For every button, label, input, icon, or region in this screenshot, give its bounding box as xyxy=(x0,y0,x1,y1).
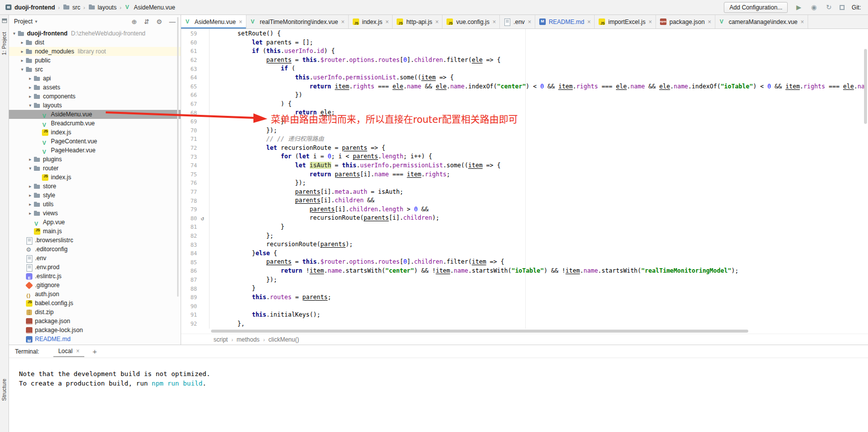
close-icon[interactable]: × xyxy=(239,18,242,25)
chevron-right-icon[interactable]: ▸ xyxy=(27,74,33,83)
tree-item-utils[interactable]: ▸utils xyxy=(9,200,181,209)
line-number[interactable]: 86 xyxy=(181,268,197,274)
chevron-down-icon[interactable]: ▾ xyxy=(27,164,33,173)
chevron-right-icon[interactable]: ▸ xyxy=(19,38,25,47)
tree-item-public[interactable]: ▸public xyxy=(9,56,181,65)
stop-icon[interactable] xyxy=(840,5,845,10)
line-number[interactable]: 88 xyxy=(181,286,197,292)
tree-item-.env[interactable]: .env xyxy=(9,254,181,263)
line-number[interactable]: 83 xyxy=(181,242,197,248)
chevron-right-icon[interactable]: ▸ xyxy=(27,200,33,209)
tree-item-node_modules[interactable]: ▸node_moduleslibrary root xyxy=(9,47,181,56)
code-line[interactable]: parents[i].children && xyxy=(237,196,868,205)
code-line[interactable]: }; xyxy=(237,232,868,241)
tree-item-AsideMenu.vue[interactable]: AsideMenu.vue xyxy=(9,110,181,119)
tree-item-.browserslistrc[interactable]: .browserslistrc xyxy=(9,236,181,245)
code-line[interactable]: return parents[i].name === item.rights; xyxy=(237,170,868,179)
breadcrumb-item-script[interactable]: script xyxy=(214,336,228,343)
tab-package.json[interactable]: package.json× xyxy=(656,15,715,28)
breadcrumb-item-AsideMenu.vue[interactable]: AsideMenu.vue xyxy=(123,3,176,11)
tab-index.js[interactable]: index.js× xyxy=(349,15,393,28)
tree-item-package.json[interactable]: package.json xyxy=(9,317,181,326)
tree-item-layouts[interactable]: ▾layouts xyxy=(9,101,181,110)
tab-realTimeMonitoring\index.vue[interactable]: realTimeMonitoring\index.vue× xyxy=(246,15,349,28)
code-line[interactable]: for (let i = 0; i < parents.length; i++)… xyxy=(237,152,868,161)
tree-item-.eslintrc.js[interactable]: .eslintrc.js xyxy=(9,272,181,281)
line-number[interactable]: 70 xyxy=(181,127,197,134)
line-number[interactable]: 92 xyxy=(181,321,197,327)
code-line[interactable]: this.userInfo.permissionList.some((item … xyxy=(237,73,868,82)
tree-item-PageHeader.vue[interactable]: PageHeader.vue xyxy=(9,146,181,155)
terminal-tab-local[interactable]: Local × xyxy=(53,346,85,357)
line-number[interactable]: 59 xyxy=(181,30,197,37)
chevron-right-icon[interactable]: ▸ xyxy=(19,47,25,56)
line-number[interactable]: 82 xyxy=(181,233,197,239)
line-number[interactable]: 87 xyxy=(181,277,197,283)
close-icon[interactable]: × xyxy=(708,18,711,25)
tree-item-src[interactable]: ▾src xyxy=(9,65,181,74)
tree-item-dist[interactable]: ▸dist xyxy=(9,38,181,47)
line-number[interactable]: 60 xyxy=(181,39,197,46)
tree-item-components[interactable]: ▸components xyxy=(9,92,181,101)
chevron-down-icon[interactable]: ▾ xyxy=(19,65,25,74)
close-icon[interactable]: × xyxy=(76,348,79,355)
tab-importExcel.js[interactable]: importExcel.js× xyxy=(595,15,656,28)
tab-.env[interactable]: .env× xyxy=(500,15,535,28)
line-number[interactable]: 80 xyxy=(181,215,197,222)
close-icon[interactable]: × xyxy=(492,18,496,25)
line-number[interactable]: 90 xyxy=(181,303,197,310)
line-number[interactable]: 79 xyxy=(181,206,197,213)
hide-panel-icon[interactable]: — xyxy=(169,18,176,25)
project-scrollbar[interactable] xyxy=(177,17,179,297)
tree-item-router[interactable]: ▾router xyxy=(9,164,181,173)
tree-item-api[interactable]: ▸api xyxy=(9,74,181,83)
code-line[interactable]: // // 递归权限路由 xyxy=(237,135,868,144)
chevron-right-icon[interactable]: ▸ xyxy=(27,83,33,92)
breadcrumb-item-clickMenu()[interactable]: clickMenu() xyxy=(268,336,299,343)
code-line[interactable]: if ( xyxy=(237,64,868,73)
chevron-right-icon[interactable]: ▸ xyxy=(27,182,33,191)
tree-item-.env.prod[interactable]: .env.prod xyxy=(9,263,181,272)
settings-icon[interactable]: ⚙ xyxy=(156,18,162,25)
tree-item-package-lock.json[interactable]: package-lock.json xyxy=(9,326,181,335)
line-number[interactable]: 91 xyxy=(181,312,197,318)
line-number[interactable]: 64 xyxy=(181,74,197,81)
scrollbar-thumb[interactable] xyxy=(864,49,867,124)
line-number[interactable]: 77 xyxy=(181,189,197,195)
code-line[interactable]: let parents = []; xyxy=(237,38,868,47)
chevron-right-icon[interactable]: ▸ xyxy=(19,56,25,65)
code-line[interactable]: setRoute() { xyxy=(237,29,868,38)
tree-item-.editorconfig[interactable]: .editorconfig xyxy=(9,245,181,254)
code-line[interactable]: ) { xyxy=(237,100,868,109)
debug-icon[interactable]: ◉ xyxy=(810,3,818,11)
sync-icon[interactable]: ↻ xyxy=(825,3,833,11)
line-number[interactable]: 63 xyxy=(181,66,197,72)
run-icon[interactable]: ▶ xyxy=(795,3,803,11)
line-number[interactable]: 84 xyxy=(181,250,197,257)
tab-http-api.js[interactable]: http-api.js× xyxy=(393,15,442,28)
project-toolwindow-button[interactable]: 1: Project xyxy=(1,32,7,55)
line-number[interactable]: 71 xyxy=(181,136,197,142)
close-icon[interactable]: × xyxy=(649,18,652,25)
code-line[interactable]: this.routes = parents; xyxy=(237,293,868,302)
chevron-right-icon[interactable]: ▸ xyxy=(27,191,33,200)
line-number[interactable]: 68 xyxy=(181,110,197,116)
line-number[interactable]: 73 xyxy=(181,154,197,160)
locate-file-icon[interactable]: ⊕ xyxy=(132,18,137,25)
chevron-right-icon[interactable]: ▸ xyxy=(27,155,33,164)
tree-item-main.js[interactable]: main.js xyxy=(9,227,181,236)
tree-item-README.md[interactable]: README.md xyxy=(9,335,181,344)
breadcrumb-item-src[interactable]: src xyxy=(62,3,81,11)
tree-item-style[interactable]: ▸style xyxy=(9,191,181,200)
code-line[interactable]: }); xyxy=(237,276,868,285)
tree-item-plugins[interactable]: ▸plugins xyxy=(9,155,181,164)
collapse-all-icon[interactable]: ⇵ xyxy=(144,18,149,25)
tree-item-assets[interactable]: ▸assets xyxy=(9,83,181,92)
chevron-right-icon[interactable]: ▸ xyxy=(27,92,33,101)
close-icon[interactable]: × xyxy=(341,18,345,25)
tree-item-auth.json[interactable]: auth.json xyxy=(9,290,181,299)
code-line[interactable]: }); xyxy=(237,126,868,135)
code-line[interactable]: }) xyxy=(237,91,868,100)
tree-item-dist.zip[interactable]: dist.zip xyxy=(9,308,181,317)
code-line[interactable]: } xyxy=(237,284,868,293)
